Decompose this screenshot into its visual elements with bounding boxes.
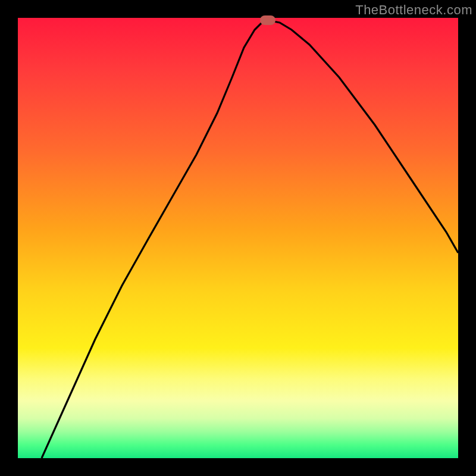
watermark-text: TheBottleneck.com: [355, 2, 472, 18]
chart-frame: TheBottleneck.com: [0, 0, 476, 476]
optimal-marker: [260, 15, 275, 25]
bottleneck-curve: [18, 18, 458, 458]
plot-area: [18, 18, 458, 458]
